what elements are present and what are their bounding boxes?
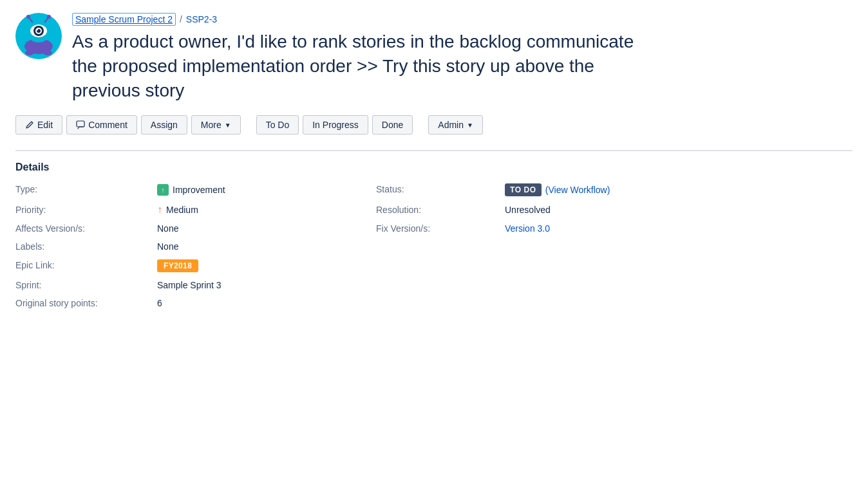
epic-link-value: FY2018 <box>157 259 376 272</box>
epic-badge[interactable]: FY2018 <box>157 259 198 272</box>
issue-id-link[interactable]: SSP2-3 <box>186 14 217 24</box>
project-avatar <box>15 13 62 59</box>
epic-link-label: Epic Link: <box>15 260 157 270</box>
labels-value: None <box>157 241 376 252</box>
affects-version-value: None <box>157 223 376 234</box>
status-badge: TO DO <box>505 183 542 196</box>
in-progress-status-button[interactable]: In Progress <box>303 115 368 135</box>
section-divider <box>15 150 853 151</box>
sprint-label: Sprint: <box>15 280 157 290</box>
edit-button[interactable]: Edit <box>15 115 62 135</box>
pencil-icon <box>25 120 34 129</box>
affects-version-label: Affects Version/s: <box>15 223 157 234</box>
resolution-label: Resolution: <box>376 205 505 215</box>
done-status-button[interactable]: Done <box>372 115 413 135</box>
admin-dropdown-arrow: ▼ <box>467 122 473 129</box>
issue-title: As a product owner, I'd like to rank sto… <box>72 30 652 102</box>
svg-point-11 <box>47 15 51 19</box>
fix-version-link[interactable]: Version 3.0 <box>505 223 550 234</box>
svg-point-9 <box>26 15 30 19</box>
details-heading: Details <box>15 162 853 173</box>
resolution-value: Unresolved <box>505 205 853 215</box>
comment-icon <box>76 120 85 129</box>
improvement-icon: ↑ <box>157 184 169 196</box>
fix-version-label: Fix Version/s: <box>376 223 505 234</box>
labels-label: Labels: <box>15 241 157 252</box>
comment-button[interactable]: Comment <box>66 115 137 135</box>
sprint-value: Sample Sprint 3 <box>157 280 376 290</box>
priority-value: ↑ Medium <box>157 204 376 216</box>
story-points-value: 6 <box>157 298 376 308</box>
todo-status-button[interactable]: To Do <box>256 115 299 135</box>
details-grid: Type: ↑ Improvement Status: TO DO (View … <box>15 183 853 308</box>
svg-point-13 <box>43 50 52 55</box>
svg-rect-14 <box>77 121 84 127</box>
project-link[interactable]: Sample Scrum Project 2 <box>72 13 176 26</box>
more-dropdown-arrow: ▼ <box>225 122 231 129</box>
toolbar: Edit Comment Assign More ▼ To Do In Prog… <box>15 115 853 135</box>
assign-button[interactable]: Assign <box>141 115 187 135</box>
breadcrumb-separator: / <box>180 14 182 24</box>
view-workflow-link[interactable]: (View Workflow) <box>545 185 610 195</box>
breadcrumb: Sample Scrum Project 2 / SSP2-3 <box>72 13 853 26</box>
more-button[interactable]: More ▼ <box>191 115 241 135</box>
admin-button[interactable]: Admin ▼ <box>428 115 483 135</box>
fix-version-value: Version 3.0 <box>505 223 853 234</box>
svg-point-12 <box>25 50 34 55</box>
story-points-label: Original story points: <box>15 298 157 308</box>
type-value: ↑ Improvement <box>157 184 376 196</box>
status-label: Status: <box>376 184 505 194</box>
priority-icon: ↑ <box>157 204 162 216</box>
priority-label: Priority: <box>15 205 157 215</box>
svg-point-7 <box>37 29 38 30</box>
status-value: TO DO (View Workflow) <box>505 183 853 196</box>
type-label: Type: <box>15 184 157 194</box>
